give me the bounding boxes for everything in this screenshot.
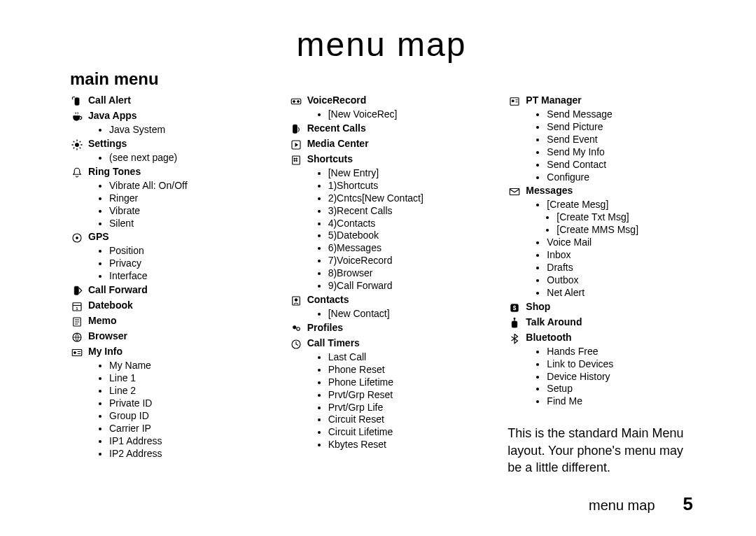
menu-item: [Create Txt Msg] [556, 211, 693, 224]
menu-item: Phone Lifetime [328, 376, 475, 389]
menu-item: Circuit Reset [328, 414, 475, 426]
menu-section-label: Contacts [307, 294, 349, 306]
svg-rect-0 [75, 98, 79, 106]
menu-item: Setup [547, 383, 693, 395]
svg-point-27 [512, 100, 514, 102]
menu-item: Privacy [109, 258, 255, 270]
menu-item: Send My Info [547, 146, 693, 159]
menu-section: VoiceRecord[New VoiceRec] [289, 94, 475, 121]
target-icon [70, 231, 84, 245]
menu-section-head: 1Datebook [70, 299, 255, 313]
shop-icon: $ [507, 301, 522, 315]
menu-section-head: VoiceRecord [289, 94, 475, 108]
svg-point-3 [76, 237, 78, 239]
menu-section-head: Contacts [289, 294, 475, 308]
menu-section: Shortcuts[New Entry]1)Shortcuts2)Cntcs[N… [289, 153, 475, 292]
menu-item: [Create Mesg] [547, 199, 693, 211]
svg-rect-28 [510, 189, 520, 195]
svg-point-12 [293, 101, 295, 103]
globe-icon [70, 330, 84, 344]
menu-item: Send Picture [547, 121, 693, 134]
menu-section: Contacts[New Contact] [289, 294, 475, 320]
menu-section-head: Call Forward [70, 284, 255, 298]
recent-calls-icon [289, 122, 303, 136]
manager-icon [507, 94, 522, 108]
bell-icon [70, 166, 84, 180]
svg-point-10 [74, 352, 76, 354]
menu-section-head: Shortcuts [289, 153, 475, 167]
svg-rect-26 [510, 98, 519, 106]
menu-section-head: Memo [70, 315, 255, 329]
svg-rect-14 [293, 125, 297, 133]
id-card-icon [70, 346, 84, 360]
menu-item: 3)Recent Calls [328, 205, 475, 218]
menu-section-label: GPS [88, 231, 109, 244]
menu-item: Circuit Lifetime [328, 426, 475, 439]
calendar-icon: 1 [70, 299, 84, 313]
menu-section: PT ManagerSend MessageSend PictureSend E… [507, 94, 693, 183]
menu-section-head: $Shop [507, 301, 693, 315]
svg-point-18 [296, 158, 298, 160]
section-subtitle: main menu [70, 69, 693, 89]
menu-section: Call Alert [70, 94, 255, 108]
menu-item: Send Event [547, 134, 693, 146]
footer-page-number: 5 [683, 493, 693, 515]
footer: menu map 5 [589, 493, 693, 515]
menu-item-list: [Create Txt Msg][Create MMS Msg] [507, 211, 693, 237]
menu-section: Java AppsJava System [70, 110, 255, 136]
menu-section-head: My Info [70, 346, 255, 360]
menu-item: Java System [109, 124, 255, 136]
menu-section: 1Datebook [70, 299, 255, 313]
svg-point-19 [294, 160, 295, 162]
menu-section-head: Settings [70, 138, 255, 152]
menu-item: Line 1 [109, 372, 255, 385]
menu-section: GPSPositionPrivacyInterface [70, 231, 255, 283]
menu-item-list: Voice MailInboxDraftsOutboxNet Alert [507, 237, 693, 299]
menu-item: Inbox [547, 249, 693, 262]
settings-icon [70, 138, 84, 152]
menu-item-list: Send MessageSend PictureSend EventSend M… [507, 108, 693, 183]
menu-item-list: [New VoiceRec] [289, 108, 475, 121]
menu-item: Vibrate [109, 205, 255, 218]
menu-item: [New VoiceRec] [328, 108, 475, 121]
menu-section-head: Browser [70, 330, 255, 344]
menu-section-label: Media Center [307, 138, 369, 150]
envelope-icon [507, 185, 522, 199]
menu-section: Ring TonesVibrate All: On/OffRingerVibra… [70, 166, 255, 230]
menu-item-list: [New Entry]1)Shortcuts2)Cntcs[New Contac… [289, 167, 475, 292]
menu-item: Prvt/Grp Reset [328, 389, 475, 402]
menu-item: Device History [547, 371, 693, 383]
menu-item: Line 2 [109, 385, 255, 397]
menu-item: Hands Free [547, 346, 693, 358]
menu-item-list: Last CallPhone ResetPhone LifetimePrvt/G… [289, 351, 475, 451]
column-2: VoiceRecord[New VoiceRec]Recent CallsMed… [289, 93, 475, 476]
menu-item: [New Entry] [328, 167, 475, 180]
menu-section: Browser [70, 330, 255, 344]
menu-section-head: Bluetooth [507, 332, 693, 346]
menu-section-label: My Info [88, 346, 122, 358]
profiles-icon [289, 322, 303, 336]
menu-item-list: Hands FreeLink to DevicesDevice HistoryS… [507, 346, 693, 409]
menu-section-label: Talk Around [526, 316, 582, 329]
menu-section-head: GPS [70, 231, 255, 245]
menu-item: Configure [547, 171, 693, 184]
svg-point-23 [293, 325, 296, 329]
menu-section: Memo [70, 315, 255, 329]
menu-section-label: Call Alert [88, 94, 131, 107]
menu-item: [Create MMS Msg] [556, 224, 693, 237]
contacts-icon [289, 294, 303, 308]
menu-section: Profiles [289, 322, 475, 336]
menu-item: Voice Mail [547, 237, 693, 249]
svg-rect-31 [512, 321, 518, 327]
menu-section-head: Ring Tones [70, 166, 255, 180]
menu-section: $Shop [507, 301, 693, 315]
footer-title: menu map [589, 498, 655, 514]
layout-note: This is the standard Main Menu layout. Y… [507, 425, 693, 476]
menu-item: Kbytes Reset [328, 439, 475, 451]
menu-section: Messages[Create Mesg][Create Txt Msg][Cr… [507, 185, 693, 299]
menu-item: Vibrate All: On/Off [109, 180, 255, 192]
svg-text:1: 1 [76, 306, 78, 311]
menu-item-list: [New Contact] [289, 308, 475, 320]
phone-arrow-icon [70, 284, 84, 298]
menu-section-label: Bluetooth [526, 332, 571, 344]
